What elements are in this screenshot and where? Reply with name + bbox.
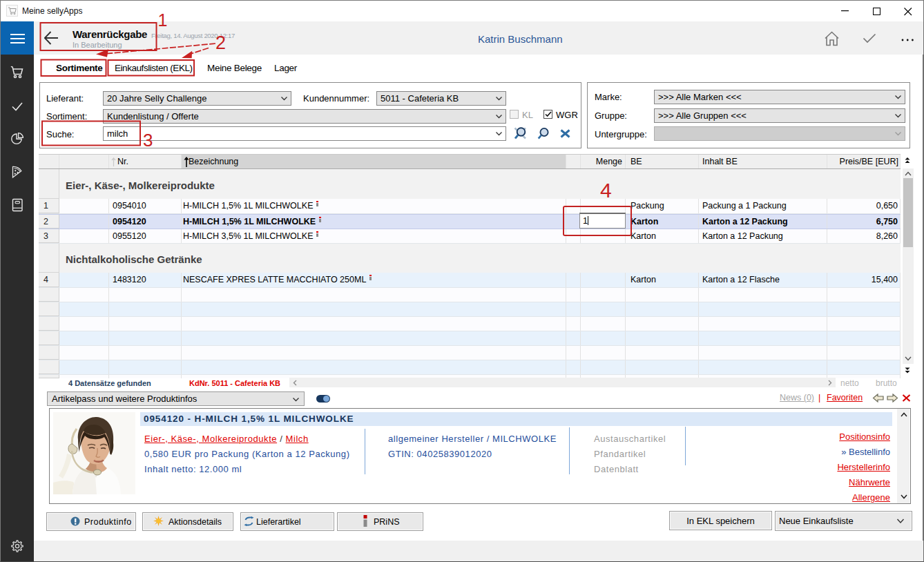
svg-text:3: 3	[143, 130, 153, 151]
svg-text:4: 4	[600, 179, 612, 202]
svg-text:2: 2	[215, 32, 226, 53]
svg-text:1: 1	[158, 10, 168, 30]
